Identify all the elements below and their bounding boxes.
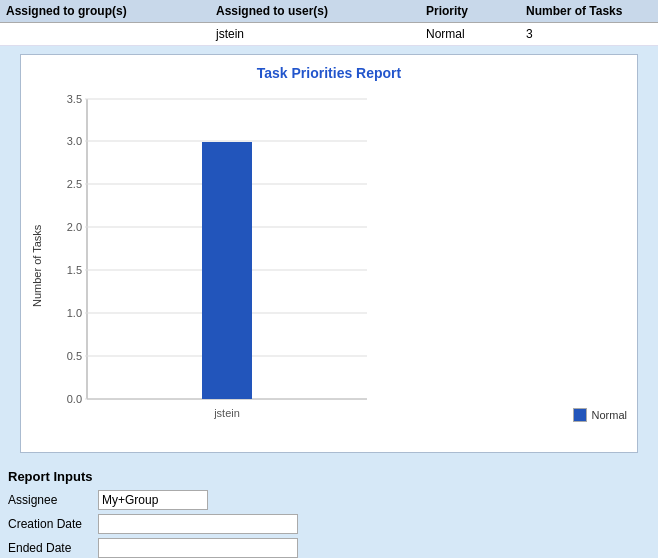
chart-plot-area: 0.0 0.5 1.0 1.5 2.0 xyxy=(47,89,627,442)
report-inputs-section: Report Inputs Assignee Creation Date End… xyxy=(0,461,658,558)
y-axis-label: Number of Tasks xyxy=(31,89,43,442)
col-header-priority: Priority xyxy=(426,4,526,18)
cell-user: jstein xyxy=(216,27,426,41)
cell-tasks: 3 xyxy=(526,27,646,41)
chart-svg: 0.0 0.5 1.0 1.5 2.0 xyxy=(47,89,563,442)
chart-container: Task Priorities Report Number of Tasks 0… xyxy=(20,54,638,453)
cell-group xyxy=(6,27,216,41)
col-header-tasks: Number of Tasks xyxy=(526,4,646,18)
bar-chart-svg: 0.0 0.5 1.0 1.5 2.0 xyxy=(47,89,387,439)
svg-text:1.0: 1.0 xyxy=(67,307,82,319)
cell-priority: Normal xyxy=(426,27,526,41)
chart-title: Task Priorities Report xyxy=(31,65,627,81)
ended-date-input[interactable] xyxy=(98,538,298,558)
col-header-user: Assigned to user(s) xyxy=(216,4,426,18)
table-header: Assigned to group(s) Assigned to user(s)… xyxy=(0,0,658,23)
creation-date-input[interactable] xyxy=(98,514,298,534)
svg-text:2.0: 2.0 xyxy=(67,221,82,233)
svg-text:3.5: 3.5 xyxy=(67,93,82,105)
svg-text:jstein: jstein xyxy=(213,407,240,419)
table-row: jstein Normal 3 xyxy=(0,23,658,46)
col-header-group: Assigned to group(s) xyxy=(6,4,216,18)
assignee-row: Assignee xyxy=(8,490,650,510)
report-inputs-title: Report Inputs xyxy=(8,469,650,484)
svg-text:2.5: 2.5 xyxy=(67,178,82,190)
legend-item-normal: Normal xyxy=(573,408,627,422)
chart-inner: Number of Tasks 0.0 xyxy=(31,89,627,442)
svg-text:3.0: 3.0 xyxy=(67,135,82,147)
ended-date-label: Ended Date xyxy=(8,541,98,555)
creation-date-row: Creation Date xyxy=(8,514,650,534)
chart-and-legend: 0.0 0.5 1.0 1.5 2.0 xyxy=(47,89,627,442)
legend-label-normal: Normal xyxy=(592,409,627,421)
ended-date-row: Ended Date xyxy=(8,538,650,558)
svg-text:1.5: 1.5 xyxy=(67,264,82,276)
assignee-input[interactable] xyxy=(98,490,208,510)
creation-date-label: Creation Date xyxy=(8,517,98,531)
svg-text:0.0: 0.0 xyxy=(67,393,82,405)
bar-jstein xyxy=(202,142,252,399)
legend-color-normal xyxy=(573,408,587,422)
chart-legend: Normal xyxy=(563,408,627,442)
assignee-label: Assignee xyxy=(8,493,98,507)
svg-text:0.5: 0.5 xyxy=(67,350,82,362)
